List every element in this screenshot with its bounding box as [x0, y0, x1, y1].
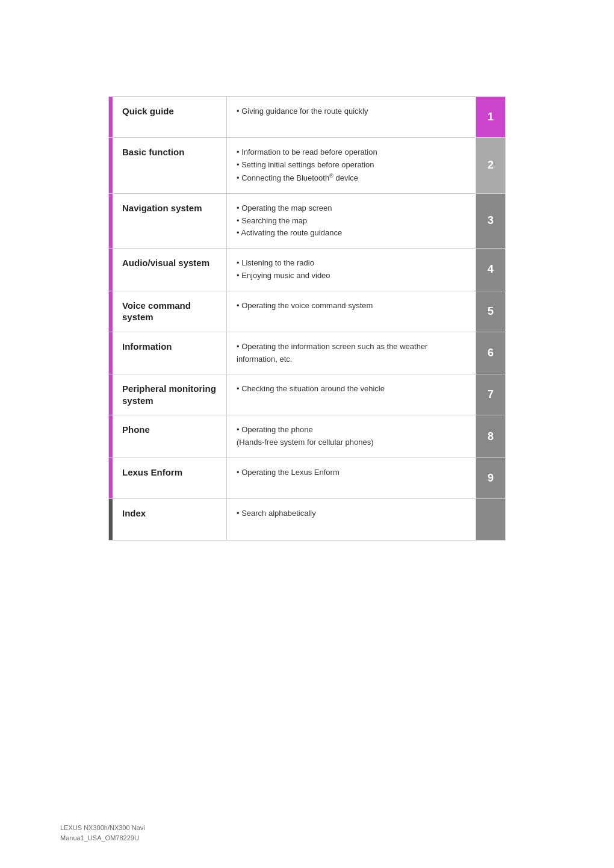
description-cell: • Operating the map screen • Searching t… — [227, 194, 476, 248]
description-line: • Operating the Lexus Enform — [237, 467, 340, 479]
description-text: • Checking the situation around the vehi… — [237, 383, 385, 395]
number-label: 7 — [488, 388, 494, 401]
category-label: Audio/visual system — [122, 257, 209, 269]
description-cell: • Operating the information screen such … — [227, 332, 476, 374]
description-line: • Operating the map screen — [237, 202, 342, 215]
description-cell: • Checking the situation around the vehi… — [227, 374, 476, 415]
description-text: • Information to be read before operatio… — [237, 146, 377, 185]
category-label: Lexus Enform — [122, 467, 182, 479]
description-line: • Search alphabetically — [237, 507, 316, 520]
description-line: • Activating the route guidance — [237, 227, 342, 240]
category-label: Phone — [122, 424, 150, 436]
number-label: 1 — [488, 111, 494, 123]
description-text: • Search alphabetically — [237, 507, 316, 520]
description-cell: • Operating the voice command system — [227, 291, 476, 332]
footer-line1: LEXUS NX300h/NX300 Navi — [60, 823, 145, 834]
toc-row-phone: Phone • Operating the phone (Hands-free … — [109, 415, 505, 458]
category-cell: Peripheral monitoring system — [113, 374, 227, 415]
category-cell: Quick guide — [113, 97, 227, 137]
number-cell: 8 — [476, 415, 505, 457]
description-text: • Listening to the radio • Enjoying musi… — [237, 257, 330, 282]
number-cell: 4 — [476, 249, 505, 291]
description-line: • Enjoying music and video — [237, 270, 330, 282]
toc-row-navigation: Navigation system • Operating the map sc… — [109, 194, 505, 249]
description-line: • Listening to the radio — [237, 257, 330, 270]
description-cell: • Operating the phone (Hands-free system… — [227, 415, 476, 457]
toc-row-index: Index • Search alphabetically — [109, 499, 505, 540]
description-cell: • Search alphabetically — [227, 499, 476, 540]
number-cell: 7 — [476, 374, 505, 415]
description-line: • Connecting the Bluetooth® device — [237, 172, 377, 185]
toc-row-information: Information • Operating the information … — [109, 332, 505, 375]
toc-row-quick-guide: Quick guide • Giving guidance for the ro… — [109, 97, 505, 138]
description-line: (Hands-free system for cellular phones) — [237, 436, 374, 449]
number-cell: 1 — [476, 97, 505, 137]
number-cell: 2 — [476, 138, 505, 193]
category-cell: Lexus Enform — [113, 458, 227, 498]
description-line: • Giving guidance for the route quickly — [237, 105, 368, 118]
description-line: • Operating the phone — [237, 424, 374, 436]
number-label: 4 — [488, 263, 494, 276]
category-label: Information — [122, 341, 172, 353]
toc-row-basic-function: Basic function • Information to be read … — [109, 138, 505, 194]
toc-row-audio-visual: Audio/visual system • Listening to the r… — [109, 249, 505, 291]
description-cell: • Giving guidance for the route quickly — [227, 97, 476, 137]
description-line: • Operating the information screen such … — [237, 341, 466, 366]
number-label: 3 — [488, 214, 494, 227]
page-container: Quick guide • Giving guidance for the ro… — [0, 0, 614, 868]
description-line: • Searching the map — [237, 215, 342, 228]
toc-row-peripheral: Peripheral monitoring system • Checking … — [109, 374, 505, 415]
description-text: • Operating the voice command system — [237, 300, 373, 312]
description-line: • Information to be read before operatio… — [237, 146, 377, 159]
category-cell: Voice command system — [113, 291, 227, 332]
category-cell: Phone — [113, 415, 227, 457]
description-cell: • Listening to the radio • Enjoying musi… — [227, 249, 476, 291]
category-label: Navigation system — [122, 202, 202, 214]
description-text: • Operating the information screen such … — [237, 341, 466, 366]
number-cell: 6 — [476, 332, 505, 374]
category-label: Basic function — [122, 146, 184, 158]
description-line: • Checking the situation around the vehi… — [237, 383, 385, 395]
description-line: • Operating the voice command system — [237, 300, 373, 312]
description-line: • Setting initial settings before operat… — [237, 159, 377, 172]
footer: LEXUS NX300h/NX300 Navi Manua1_USA_OM782… — [60, 823, 145, 844]
number-cell: 9 — [476, 458, 505, 498]
toc-row-lexus-enform: Lexus Enform • Operating the Lexus Enfor… — [109, 458, 505, 499]
category-label: Voice command system — [122, 300, 217, 323]
footer-line2: Manua1_USA_OM78229U — [60, 833, 145, 844]
description-text: • Operating the Lexus Enform — [237, 467, 340, 479]
category-cell: Audio/visual system — [113, 249, 227, 291]
table-of-contents: Quick guide • Giving guidance for the ro… — [108, 96, 506, 541]
number-label: 6 — [488, 347, 494, 359]
category-label: Index — [122, 507, 146, 519]
number-label: 8 — [488, 430, 494, 443]
category-label: Peripheral monitoring system — [122, 383, 217, 406]
description-text: • Operating the map screen • Searching t… — [237, 202, 342, 240]
description-cell: • Information to be read before operatio… — [227, 138, 476, 193]
category-cell: Basic function — [113, 138, 227, 193]
toc-row-voice-command: Voice command system • Operating the voi… — [109, 291, 505, 332]
category-label: Quick guide — [122, 105, 174, 117]
number-cell: 3 — [476, 194, 505, 248]
number-label: 9 — [488, 472, 494, 485]
category-cell: Navigation system — [113, 194, 227, 248]
category-cell: Information — [113, 332, 227, 374]
number-label: 5 — [488, 305, 494, 318]
number-cell — [476, 499, 505, 540]
number-cell: 5 — [476, 291, 505, 332]
category-cell: Index — [113, 499, 227, 540]
description-text: • Operating the phone (Hands-free system… — [237, 424, 374, 449]
description-cell: • Operating the Lexus Enform — [227, 458, 476, 498]
description-text: • Giving guidance for the route quickly — [237, 105, 368, 118]
number-label: 2 — [488, 159, 494, 172]
